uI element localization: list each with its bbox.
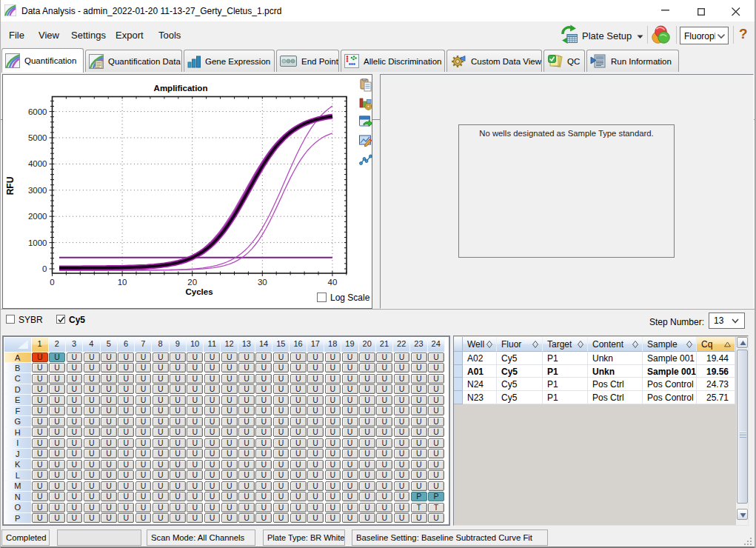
svg-text:3000: 3000 [28, 186, 47, 195]
svg-text:5000: 5000 [28, 133, 47, 142]
svg-text:40: 40 [328, 278, 338, 287]
svg-text:20: 20 [187, 278, 197, 287]
svg-text:4000: 4000 [28, 159, 47, 168]
svg-text:6000: 6000 [28, 107, 47, 116]
svg-text:2000: 2000 [28, 212, 47, 221]
svg-text:RFU: RFU [5, 177, 16, 196]
svg-text:10: 10 [118, 278, 127, 287]
svg-text:Amplification: Amplification [154, 84, 208, 93]
svg-text:30: 30 [258, 278, 267, 287]
svg-text:0: 0 [50, 278, 54, 287]
svg-text:1000: 1000 [28, 238, 47, 247]
svg-text:0: 0 [42, 264, 47, 273]
svg-text:Cycles: Cycles [185, 287, 213, 296]
